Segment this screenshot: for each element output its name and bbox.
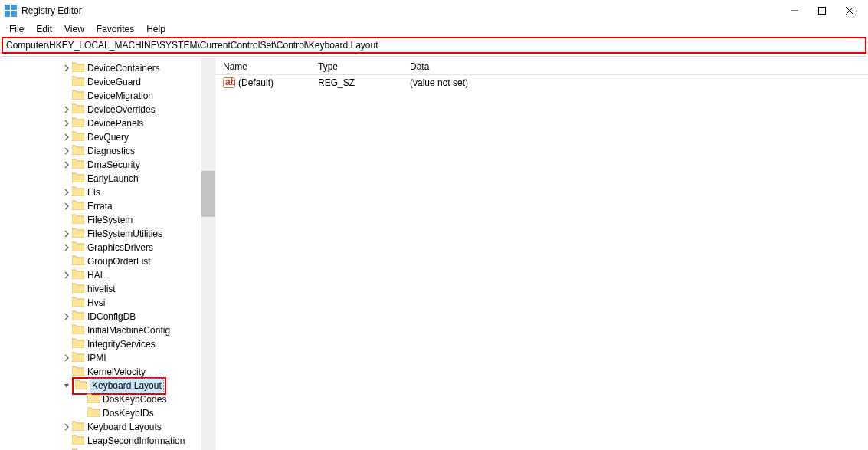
chevron-right-icon[interactable]	[61, 244, 72, 251]
regedit-icon	[5, 5, 17, 17]
tree-item[interactable]: Hvsi	[3, 296, 215, 310]
folder-icon	[72, 324, 87, 338]
tree-item[interactable]: LeapSecondInformation	[3, 434, 215, 448]
chevron-right-icon[interactable]	[61, 423, 72, 431]
svg-rect-1	[11, 5, 17, 10]
tree-item[interactable]: DeviceMigration	[3, 89, 215, 103]
tree-item-label: GraphicsDrivers	[87, 241, 153, 255]
tree-item-label: IPMI	[87, 351, 106, 365]
tree-item-label: DeviceContainers	[87, 61, 160, 75]
string-value-icon: ab	[223, 77, 235, 88]
svg-rect-5	[819, 8, 826, 15]
tree-item[interactable]: Keyboard Layout	[3, 379, 215, 393]
tree-item[interactable]: Els	[3, 186, 215, 199]
address-input[interactable]	[3, 38, 865, 52]
chevron-right-icon[interactable]	[61, 354, 72, 362]
chevron-right-icon[interactable]	[61, 313, 72, 320]
folder-icon	[87, 393, 103, 407]
folder-icon	[72, 213, 87, 228]
tree-item[interactable]: DosKeybIDs	[3, 406, 215, 420]
folder-icon	[72, 144, 87, 159]
tree-item[interactable]: FileSystemUtilities	[3, 227, 215, 241]
address-highlight	[2, 37, 866, 54]
folder-icon	[72, 310, 87, 324]
chevron-right-icon[interactable]	[61, 133, 72, 141]
tree-item-label: IntegrityServices	[87, 337, 156, 351]
window-title: Registry Editor	[21, 5, 82, 16]
folder-icon	[87, 406, 103, 421]
chevron-right-icon[interactable]	[61, 64, 72, 72]
tree-item[interactable]: DeviceOverrides	[3, 103, 215, 117]
folder-icon	[72, 61, 87, 76]
tree-item[interactable]: DeviceContainers	[3, 61, 215, 75]
folder-icon	[72, 158, 87, 172]
scrollbar-track[interactable]	[201, 58, 215, 450]
tree-item-label: DmaSecurity	[87, 158, 140, 172]
chevron-right-icon[interactable]	[61, 189, 72, 196]
tree-item-label: Hvsi	[87, 296, 105, 310]
chevron-right-icon[interactable]	[61, 120, 72, 127]
menu-view[interactable]: View	[58, 22, 90, 36]
folder-icon	[72, 434, 87, 448]
chevron-right-icon[interactable]	[61, 202, 72, 210]
tree-item[interactable]: Keyboard Layouts	[3, 420, 215, 434]
tree-item[interactable]: IDConfigDB	[3, 310, 215, 324]
folder-icon	[72, 227, 87, 241]
menu-help[interactable]: Help	[140, 22, 172, 36]
tree-item[interactable]: DevicePanels	[3, 117, 215, 130]
folder-icon	[75, 379, 90, 393]
value-row[interactable]: ab (Default) REG_SZ (value not set)	[215, 75, 868, 90]
tree-item[interactable]: FileSystem	[3, 213, 215, 227]
folder-icon	[72, 172, 87, 186]
tree-item[interactable]: HAL	[3, 268, 215, 282]
chevron-right-icon[interactable]	[61, 271, 72, 279]
chevron-right-icon[interactable]	[61, 161, 72, 169]
value-name: (Default)	[238, 77, 274, 88]
col-name[interactable]: Name	[220, 61, 315, 72]
col-data[interactable]: Data	[407, 61, 868, 72]
tree-item-label: FileSystem	[87, 213, 133, 227]
tree-item[interactable]: IPMI	[3, 351, 215, 365]
tree-item-label: hivelist	[87, 282, 116, 296]
title-bar: Registry Editor	[0, 0, 868, 21]
folder-icon	[72, 448, 87, 451]
folder-icon	[72, 255, 87, 269]
folder-icon	[72, 75, 87, 90]
folder-icon	[72, 282, 87, 297]
tree-item[interactable]: DosKeybCodes	[3, 393, 215, 406]
maximize-button[interactable]	[808, 0, 836, 21]
chevron-right-icon[interactable]	[61, 147, 72, 155]
tree-item[interactable]: DmaSecurity	[3, 158, 215, 172]
menu-file[interactable]: File	[3, 22, 30, 36]
tree-item[interactable]: GraphicsDrivers	[3, 241, 215, 255]
tree-item[interactable]: hivelist	[3, 282, 215, 296]
value-panel: Name Type Data ab (Default) REG_SZ (valu…	[215, 58, 868, 450]
menu-bar: File Edit View Favorites Help	[0, 21, 868, 37]
scrollbar-thumb[interactable]	[201, 171, 215, 217]
folder-icon	[72, 199, 87, 214]
svg-text:ab: ab	[225, 77, 235, 87]
tree-item-label: DevicePanels	[87, 117, 143, 130]
tree-item[interactable]: Errata	[3, 199, 215, 213]
menu-edit[interactable]: Edit	[30, 22, 58, 36]
chevron-right-icon[interactable]	[61, 106, 72, 113]
chevron-down-icon[interactable]	[61, 382, 72, 389]
tree-item[interactable]: DeviceGuard	[3, 75, 215, 89]
tree-panel[interactable]: DeviceContainersDeviceGuardDeviceMigrati…	[0, 58, 215, 450]
tree-item[interactable]: IntegrityServices	[3, 337, 215, 351]
tree-item-label: DosKeybIDs	[103, 406, 154, 420]
tree-item[interactable]: DevQuery	[3, 130, 215, 144]
chevron-right-icon[interactable]	[61, 230, 72, 238]
svg-rect-3	[11, 11, 17, 17]
tree-item-label: Els	[87, 186, 100, 199]
menu-favorites[interactable]: Favorites	[90, 22, 140, 36]
tree-item[interactable]: EarlyLaunch	[3, 172, 215, 186]
tree-item[interactable]: GroupOrderList	[3, 255, 215, 268]
col-type[interactable]: Type	[315, 61, 407, 72]
tree-item[interactable]: Diagnostics	[3, 144, 215, 158]
folder-icon	[72, 103, 87, 117]
tree-item[interactable]: InitialMachineConfig	[3, 324, 215, 337]
close-button[interactable]	[836, 0, 863, 21]
tree-item-label: FileSystemUtilities	[87, 227, 162, 241]
minimize-button[interactable]	[781, 0, 808, 21]
